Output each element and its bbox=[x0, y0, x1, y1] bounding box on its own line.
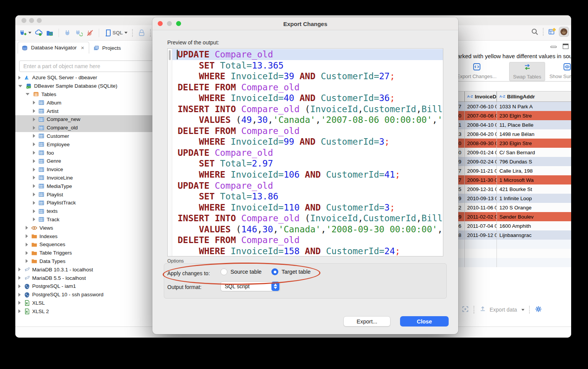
chevron-right-icon[interactable] bbox=[33, 118, 35, 121]
sql-preview-editor[interactable]: UPDATE Compare_old SET Total=13.365 WHER… bbox=[167, 48, 443, 256]
zoom-window-icon[interactable] bbox=[37, 18, 42, 23]
output-format-select[interactable]: SQL script bbox=[220, 281, 280, 291]
disconnect-plug-button[interactable] bbox=[86, 29, 94, 37]
chevron-right-icon[interactable] bbox=[33, 134, 35, 138]
cell-billingaddress[interactable]: Calle Lira, 198 bbox=[497, 166, 571, 175]
chevron-right-icon[interactable] bbox=[33, 142, 35, 146]
minimize-view-icon[interactable] bbox=[550, 46, 557, 48]
reconnect-plug-button[interactable] bbox=[75, 29, 83, 37]
close-tab-icon[interactable]: × bbox=[81, 44, 84, 51]
new-connection-button[interactable] bbox=[19, 29, 31, 37]
radio-source-table[interactable]: Source table bbox=[220, 268, 261, 275]
connect-plug-button[interactable] bbox=[64, 29, 72, 37]
cloud-settings-button[interactable] bbox=[35, 29, 42, 37]
cell-invoicedate[interactable]: 2010-11-06 00 bbox=[465, 203, 497, 212]
avatar-button[interactable] bbox=[559, 27, 569, 37]
chevron-right-icon[interactable] bbox=[33, 201, 35, 205]
cell-invoicedate[interactable]: 2008-04-20 00 bbox=[465, 129, 497, 139]
chevron-right-icon[interactable] bbox=[33, 217, 35, 221]
cell-billingaddress[interactable]: 230 Elgin Stre bbox=[497, 139, 571, 148]
column-header-invoicedate[interactable]: A-ZInvoiceDate bbox=[465, 91, 497, 101]
cell-billingaddress[interactable]: 11, Place Belle bbox=[497, 120, 571, 129]
chevron-down-icon[interactable] bbox=[26, 93, 29, 95]
radio-off-icon[interactable] bbox=[220, 268, 227, 275]
cell-billingaddress[interactable] bbox=[497, 258, 571, 267]
chevron-right-icon[interactable] bbox=[33, 109, 35, 113]
chevron-right-icon[interactable] bbox=[33, 159, 35, 163]
focus-value-icon[interactable] bbox=[462, 305, 469, 314]
new-view-button[interactable] bbox=[548, 28, 556, 36]
cell-invoicedate[interactable]: 2009-01-24 00 bbox=[465, 148, 497, 157]
chevron-right-icon[interactable] bbox=[33, 126, 35, 130]
chevron-right-icon[interactable] bbox=[33, 176, 35, 180]
cell-billingaddress[interactable]: 1033 N Park A bbox=[497, 102, 571, 111]
chevron-right-icon[interactable] bbox=[26, 226, 28, 230]
radio-target-table[interactable]: Target table bbox=[271, 268, 310, 275]
lock-button[interactable] bbox=[138, 29, 145, 37]
cell-billingaddress[interactable]: 230 Elgin Stre bbox=[497, 111, 571, 120]
select-stepper-icon[interactable] bbox=[271, 282, 279, 291]
chevron-right-icon[interactable] bbox=[33, 151, 35, 155]
chevron-right-icon[interactable] bbox=[18, 76, 21, 80]
cell-invoicedate[interactable] bbox=[465, 249, 497, 258]
cell-invoicedate[interactable]: 2011-07-04 00 bbox=[465, 221, 497, 230]
cell-invoicedate[interactable] bbox=[465, 258, 497, 267]
cell-billingaddress[interactable]: 421 Bourke St bbox=[497, 184, 571, 194]
chevron-right-icon[interactable] bbox=[18, 293, 21, 297]
cell-billingaddress[interactable]: C/ San Bernard bbox=[497, 148, 571, 157]
cell-billingaddress[interactable]: 796 Dundas S bbox=[497, 157, 571, 166]
cell-billingaddress[interactable]: 1498 rue Bélan bbox=[497, 129, 571, 139]
cell-billingaddress[interactable]: 1 Infinite Loop bbox=[497, 194, 571, 203]
chevron-down-icon[interactable] bbox=[521, 309, 524, 311]
chevron-right-icon[interactable] bbox=[26, 243, 28, 247]
cell-billingaddress[interactable]: Lijnbaansgrac bbox=[497, 230, 571, 240]
chevron-right-icon[interactable] bbox=[33, 209, 35, 213]
cell-invoicedate[interactable]: 2007-06-10 00 bbox=[465, 102, 497, 111]
chevron-right-icon[interactable] bbox=[18, 268, 21, 271]
cell-billingaddress[interactable]: 1 Microsoft Wa bbox=[497, 175, 571, 184]
cell-invoicedate[interactable]: 2009-12-31 00 bbox=[465, 184, 497, 194]
cell-invoicedate[interactable]: 2011-02-02 00 bbox=[465, 212, 497, 221]
open-connection-folder-button[interactable] bbox=[46, 29, 54, 37]
chevron-right-icon[interactable] bbox=[18, 276, 21, 280]
swap-tables-button[interactable]: Swap Tables bbox=[509, 62, 545, 81]
chevron-right-icon[interactable] bbox=[33, 184, 35, 188]
radio-on-icon[interactable] bbox=[271, 268, 278, 275]
sql-script-button[interactable]: SQL bbox=[104, 29, 127, 37]
cell-billingaddress[interactable] bbox=[497, 249, 571, 258]
cell-invoicedate[interactable]: 2009-11-30 00 bbox=[465, 175, 497, 184]
chevron-right-icon[interactable] bbox=[26, 259, 28, 263]
cell-invoicedate[interactable]: 2009-02-24 00 bbox=[465, 157, 497, 166]
tab-database-navigator[interactable]: Database Navigator × bbox=[18, 42, 89, 54]
chevron-right-icon[interactable] bbox=[33, 101, 35, 104]
cell-invoicedate[interactable]: 2008-04-10 00 bbox=[465, 120, 497, 129]
chevron-right-icon[interactable] bbox=[33, 193, 35, 196]
minimize-window-icon[interactable] bbox=[29, 18, 34, 23]
chevron-down-icon[interactable] bbox=[18, 85, 22, 87]
export-button[interactable]: Export... bbox=[343, 316, 390, 327]
chevron-right-icon[interactable] bbox=[33, 168, 35, 171]
cell-invoicedate[interactable]: 2011-09-12 00 bbox=[465, 230, 497, 240]
cell-invoicedate[interactable]: 2010-09-13 00 bbox=[465, 194, 497, 203]
export-data-button[interactable]: Export data bbox=[490, 307, 517, 313]
chevron-right-icon[interactable] bbox=[18, 301, 21, 305]
cell-billingaddress[interactable]: Sønder Boulev bbox=[497, 212, 571, 221]
search-button[interactable] bbox=[531, 28, 539, 36]
cell-invoicedate[interactable] bbox=[465, 240, 497, 249]
close-button[interactable]: Close bbox=[400, 316, 449, 327]
chevron-right-icon[interactable] bbox=[26, 234, 28, 238]
cell-invoicedate[interactable]: 2007-08-06 00 bbox=[465, 111, 497, 120]
cell-billingaddress[interactable] bbox=[497, 240, 571, 249]
chevron-right-icon[interactable] bbox=[26, 251, 28, 255]
cell-billingaddress[interactable]: 120 S Orange bbox=[497, 203, 571, 212]
chevron-right-icon[interactable] bbox=[18, 284, 21, 288]
chevron-down-icon[interactable] bbox=[28, 32, 31, 34]
column-header-billingaddr[interactable]: A-ZBillingAddr bbox=[497, 91, 571, 101]
cell-invoicedate[interactable]: 2009-11-21 00 bbox=[465, 166, 497, 175]
chevron-right-icon[interactable] bbox=[18, 309, 21, 313]
show-summary-button[interactable]: Show Summary bbox=[547, 62, 571, 81]
close-window-icon[interactable] bbox=[21, 18, 26, 23]
tab-projects[interactable]: Projects bbox=[89, 42, 126, 54]
cell-invoicedate[interactable]: 2008-09-30 00 bbox=[465, 139, 497, 148]
chevron-down-icon[interactable] bbox=[124, 32, 127, 34]
